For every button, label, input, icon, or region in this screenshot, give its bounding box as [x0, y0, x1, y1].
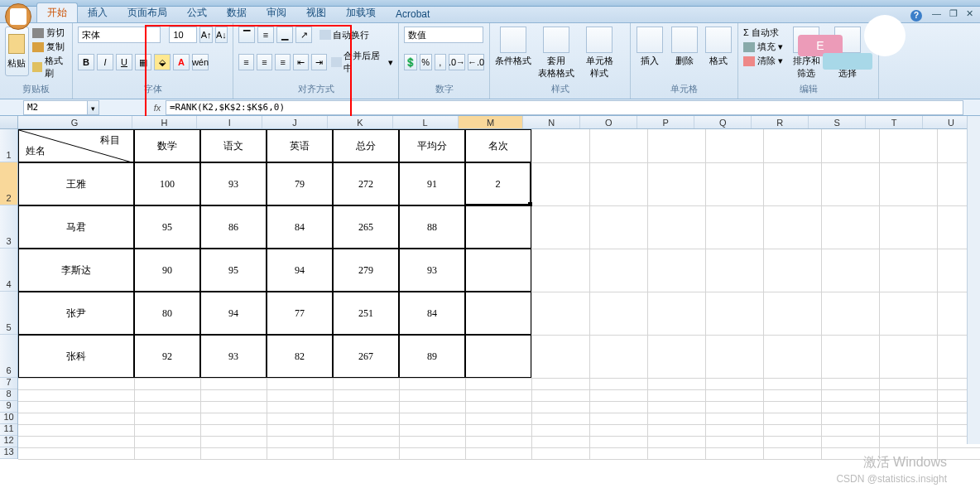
- data-cell[interactable]: 84: [267, 205, 333, 249]
- data-cell[interactable]: 88: [399, 205, 465, 249]
- data-cell[interactable]: 92: [134, 335, 200, 378]
- conditional-format-button[interactable]: 条件格式: [495, 27, 531, 67]
- cell-styles-button[interactable]: 单元格 样式: [581, 27, 617, 80]
- vertical-scrollbar[interactable]: [967, 116, 980, 444]
- autosum-button[interactable]: Σ 自动求: [743, 27, 783, 39]
- align-right-button[interactable]: ≡: [275, 54, 291, 70]
- column-header[interactable]: M: [459, 116, 524, 128]
- selected-cell[interactable]: 2: [464, 162, 531, 205]
- comma-button[interactable]: ,: [435, 54, 447, 70]
- data-cell[interactable]: 平均分: [399, 129, 465, 162]
- data-cell[interactable]: 数学: [134, 129, 200, 162]
- row-header[interactable]: 11: [0, 424, 17, 436]
- column-header[interactable]: G: [18, 116, 132, 128]
- minimize-button[interactable]: —: [932, 8, 941, 19]
- paste-button[interactable]: 粘贴: [5, 27, 29, 76]
- insert-button[interactable]: 插入: [636, 27, 664, 67]
- format-button[interactable]: 格式: [704, 27, 733, 67]
- data-cell[interactable]: 李斯达: [18, 249, 134, 292]
- row-header[interactable]: 1: [0, 129, 17, 162]
- fill-color-button[interactable]: ⬙: [154, 54, 171, 70]
- data-cell[interactable]: 马君: [18, 205, 134, 249]
- data-cell[interactable]: 272: [333, 162, 399, 205]
- row-header[interactable]: 12: [0, 436, 17, 447]
- column-header[interactable]: S: [809, 116, 866, 128]
- data-cell[interactable]: 100: [134, 162, 200, 205]
- align-middle-button[interactable]: ≡: [257, 27, 274, 43]
- column-header[interactable]: K: [328, 116, 393, 128]
- decrease-decimal-button[interactable]: ←.0: [468, 54, 484, 70]
- increase-decimal-button[interactable]: .0→: [449, 54, 465, 70]
- restore-button[interactable]: ❐: [949, 8, 958, 19]
- row-header[interactable]: 3: [0, 205, 17, 249]
- data-cell[interactable]: 张尹: [18, 292, 134, 335]
- data-cell[interactable]: [465, 292, 531, 335]
- close-button[interactable]: ✕: [966, 8, 973, 19]
- data-cell[interactable]: 语文: [200, 129, 267, 162]
- ribbon-tab-6[interactable]: 视图: [296, 3, 336, 22]
- ribbon-tab-2[interactable]: 页面布局: [118, 3, 177, 22]
- phonetic-button[interactable]: wén: [192, 54, 209, 70]
- format-table-button[interactable]: 套用 表格格式: [538, 27, 574, 80]
- data-cell[interactable]: 279: [333, 249, 399, 292]
- row-header[interactable]: 9: [0, 401, 17, 413]
- data-cell[interactable]: 265: [333, 205, 399, 249]
- column-header[interactable]: P: [637, 116, 694, 128]
- decrease-font-button[interactable]: A↓: [215, 27, 228, 43]
- data-cell[interactable]: 94: [267, 249, 333, 292]
- ribbon-tab-7[interactable]: 加载项: [336, 3, 386, 22]
- data-cell[interactable]: [465, 249, 531, 292]
- row-header[interactable]: 8: [0, 389, 17, 401]
- data-cell[interactable]: 总分: [333, 129, 399, 162]
- align-center-button[interactable]: ≡: [257, 54, 272, 70]
- italic-button[interactable]: I: [97, 54, 113, 70]
- cut-button[interactable]: 剪切: [32, 27, 67, 39]
- bold-button[interactable]: B: [78, 54, 94, 70]
- office-button[interactable]: [5, 3, 31, 30]
- column-header[interactable]: H: [132, 116, 198, 128]
- data-cell[interactable]: 80: [134, 292, 200, 335]
- column-header[interactable]: J: [262, 116, 328, 128]
- data-cell[interactable]: 英语: [267, 129, 333, 162]
- row-header[interactable]: 13: [0, 447, 17, 459]
- percent-button[interactable]: %: [420, 54, 432, 70]
- font-size-select[interactable]: [169, 27, 197, 43]
- data-cell[interactable]: 95: [200, 249, 267, 292]
- fill-button[interactable]: 填充 ▾: [743, 41, 783, 53]
- data-cell[interactable]: 张科: [18, 335, 134, 378]
- formula-input[interactable]: [166, 100, 963, 115]
- data-cell[interactable]: 77: [267, 292, 333, 335]
- data-cell[interactable]: 90: [134, 249, 200, 292]
- data-cell[interactable]: 名次: [465, 129, 531, 162]
- orientation-button[interactable]: ↗: [295, 27, 312, 43]
- data-cell[interactable]: 93: [200, 162, 267, 205]
- column-header[interactable]: T: [866, 116, 923, 128]
- ribbon-tab-1[interactable]: 插入: [78, 3, 118, 22]
- row-header[interactable]: 5: [0, 292, 17, 335]
- column-header[interactable]: I: [197, 116, 262, 128]
- align-bottom-button[interactable]: ▁: [276, 27, 293, 43]
- increase-indent-button[interactable]: ⇥: [311, 54, 327, 70]
- select-all-corner[interactable]: [0, 116, 18, 128]
- data-cell[interactable]: 93: [200, 335, 267, 378]
- align-top-button[interactable]: ▔: [238, 27, 255, 43]
- ribbon-tab-0[interactable]: 开始: [36, 2, 78, 22]
- name-box-dropdown[interactable]: ▾: [88, 100, 99, 115]
- font-color-button[interactable]: A: [173, 54, 190, 70]
- copy-button[interactable]: 复制: [32, 41, 67, 53]
- row-header[interactable]: 10: [0, 413, 17, 424]
- number-format-select[interactable]: [404, 27, 483, 43]
- column-header[interactable]: O: [580, 116, 637, 128]
- wrap-text-button[interactable]: 自动换行: [319, 29, 369, 41]
- data-cell[interactable]: 95: [134, 205, 200, 249]
- help-icon[interactable]: ?: [910, 10, 922, 22]
- merge-center-button[interactable]: 合并后居中 ▾: [331, 50, 393, 75]
- data-cell[interactable]: 89: [399, 335, 465, 378]
- data-cell[interactable]: 86: [200, 205, 267, 249]
- increase-font-button[interactable]: A↑: [199, 27, 212, 43]
- delete-button[interactable]: 删除: [670, 27, 699, 67]
- data-cell[interactable]: 94: [200, 292, 267, 335]
- align-left-button[interactable]: ≡: [238, 54, 254, 70]
- data-cell[interactable]: 93: [399, 249, 465, 292]
- data-cell[interactable]: 91: [399, 162, 465, 205]
